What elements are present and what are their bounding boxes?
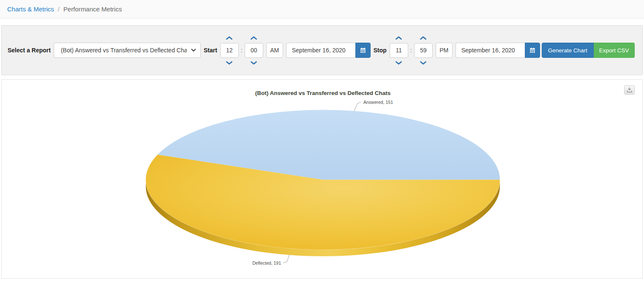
answered-callout-line xyxy=(354,102,361,111)
calendar-icon xyxy=(529,47,536,54)
start-time-separator: : xyxy=(241,47,243,54)
stop-hour-input[interactable] xyxy=(390,43,408,58)
start-hour-input[interactable] xyxy=(220,43,239,58)
stop-date-input[interactable] xyxy=(456,43,525,58)
download-icon xyxy=(626,87,633,93)
breadcrumb-separator: / xyxy=(58,5,60,13)
breadcrumb-link-charts-metrics[interactable]: Charts & Metrics xyxy=(7,5,54,13)
start-minute-input[interactable] xyxy=(245,43,263,58)
generate-chart-button[interactable]: Generate Chart xyxy=(542,43,594,58)
chart-download-button[interactable] xyxy=(624,85,635,95)
start-hour-stepper xyxy=(220,36,239,65)
stop-minute-stepper xyxy=(414,36,433,65)
stop-label: Stop xyxy=(374,47,387,54)
start-meridiem-toggle[interactable]: AM xyxy=(266,43,283,58)
stop-minute-down-button[interactable] xyxy=(420,61,427,65)
breadcrumb-current-page: Performance Metrics xyxy=(63,5,122,13)
export-csv-button[interactable]: Export CSV xyxy=(594,43,635,58)
deflected-callout-line xyxy=(283,255,289,263)
stop-hour-up-button[interactable] xyxy=(395,36,402,40)
start-date-group xyxy=(286,43,371,58)
start-hour-down-button[interactable] xyxy=(226,61,233,65)
stop-date-group xyxy=(456,43,540,58)
deflected-callout-label: Deflected, 191 xyxy=(252,260,281,266)
start-label: Start xyxy=(204,47,217,54)
stop-meridiem-toggle[interactable]: PM xyxy=(436,43,453,58)
stop-hour-down-button[interactable] xyxy=(395,61,402,65)
chart-title: (Bot) Answered vs Transferred vs Deflect… xyxy=(255,90,391,96)
start-minute-stepper xyxy=(245,36,263,65)
start-minute-down-button[interactable] xyxy=(250,61,257,65)
stop-calendar-button[interactable] xyxy=(525,43,540,58)
stop-minute-input[interactable] xyxy=(414,43,433,58)
pie-chart: (Bot) Answered vs Transferred vs Deflect… xyxy=(2,80,642,278)
calendar-icon xyxy=(360,47,366,54)
report-select-label: Select a Report xyxy=(8,47,51,54)
report-select[interactable]: (Bot) Answered vs Transferred vs Deflect… xyxy=(54,43,201,58)
report-select-wrap: (Bot) Answered vs Transferred vs Deflect… xyxy=(54,43,201,58)
report-toolbar: Select a Report (Bot) Answered vs Transf… xyxy=(1,25,643,75)
breadcrumb: Charts & Metrics / Performance Metrics xyxy=(0,0,644,19)
start-hour-up-button[interactable] xyxy=(226,36,233,40)
start-date-input[interactable] xyxy=(286,43,355,58)
toolbar-action-group: Generate Chart Export CSV xyxy=(542,43,635,58)
start-minute-up-button[interactable] xyxy=(250,36,257,40)
start-calendar-button[interactable] xyxy=(355,43,371,58)
stop-minute-up-button[interactable] xyxy=(420,36,427,40)
stop-time-separator: : xyxy=(410,47,412,54)
stop-hour-stepper xyxy=(390,36,408,65)
chart-panel: (Bot) Answered vs Transferred vs Deflect… xyxy=(1,79,643,279)
answered-callout-label: Answered, 151 xyxy=(363,100,393,105)
